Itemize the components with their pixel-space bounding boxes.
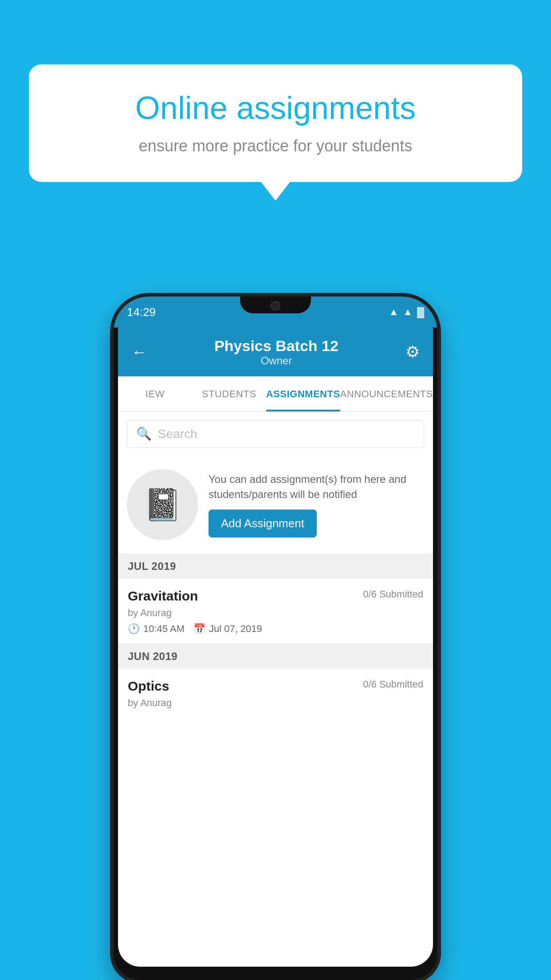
assignment-optics[interactable]: Optics 0/6 Submitted by Anurag bbox=[118, 669, 433, 719]
notebook-icon: 📓 bbox=[143, 486, 182, 523]
assignment-name-optics: Optics bbox=[128, 679, 169, 694]
battery-icon: ▓ bbox=[417, 306, 424, 318]
speech-bubble: Online assignments ensure more practice … bbox=[29, 64, 522, 182]
header-center: Physics Batch 12 Owner bbox=[214, 337, 338, 367]
phone-frame: 14:29 ▲ ▲ ▓ ← Physics Batch 12 Owner ⚙ I… bbox=[114, 296, 437, 980]
search-placeholder: Search bbox=[158, 427, 197, 441]
assignment-gravitation[interactable]: Gravitation 0/6 Submitted by Anurag 🕐 10… bbox=[118, 579, 433, 644]
speech-bubble-container: Online assignments ensure more practice … bbox=[29, 64, 522, 182]
assignment-optics-top-row: Optics 0/6 Submitted bbox=[128, 679, 423, 694]
assignment-meta-gravitation: 🕐 10:45 AM 📅 Jul 07, 2019 bbox=[128, 623, 423, 635]
phone-screen: ← Physics Batch 12 Owner ⚙ IEW STUDENTS … bbox=[118, 328, 433, 967]
tab-assignments[interactable]: ASSIGNMENTS bbox=[266, 376, 340, 411]
status-icons: ▲ ▲ ▓ bbox=[389, 306, 424, 318]
assignment-date-meta: 📅 Jul 07, 2019 bbox=[193, 623, 262, 635]
assignment-top-row: Gravitation 0/6 Submitted bbox=[128, 589, 423, 604]
calendar-icon: 📅 bbox=[193, 623, 205, 635]
batch-title: Physics Batch 12 bbox=[214, 337, 338, 355]
batch-subtitle: Owner bbox=[214, 355, 338, 367]
speech-bubble-subtitle: ensure more practice for your students bbox=[60, 137, 491, 155]
status-time: 14:29 bbox=[127, 305, 156, 319]
tab-iew[interactable]: IEW bbox=[118, 376, 192, 411]
tabs-container: IEW STUDENTS ASSIGNMENTS ANNOUNCEMENTS bbox=[118, 376, 433, 412]
assignment-date: Jul 07, 2019 bbox=[209, 623, 262, 635]
section-header-jul: JUL 2019 bbox=[118, 554, 433, 579]
search-bar[interactable]: 🔍 Search bbox=[127, 420, 424, 448]
search-icon: 🔍 bbox=[136, 427, 152, 441]
back-button[interactable]: ← bbox=[131, 343, 147, 361]
assignment-time-meta: 🕐 10:45 AM bbox=[128, 623, 185, 635]
assignment-icon-circle: 📓 bbox=[127, 469, 198, 540]
tab-announcements[interactable]: ANNOUNCEMENTS bbox=[340, 376, 433, 411]
add-assignment-section: 📓 You can add assignment(s) from here an… bbox=[118, 456, 433, 554]
settings-icon[interactable]: ⚙ bbox=[405, 343, 420, 361]
speech-bubble-title: Online assignments bbox=[60, 89, 491, 127]
wifi-icon: ▲ bbox=[389, 306, 398, 318]
app-header: ← Physics Batch 12 Owner ⚙ bbox=[118, 328, 433, 376]
clock-icon: 🕐 bbox=[128, 623, 140, 635]
assignment-by-gravitation: by Anurag bbox=[128, 607, 423, 619]
add-assignment-right: You can add assignment(s) from here and … bbox=[209, 472, 424, 537]
status-bar: 14:29 ▲ ▲ ▓ bbox=[114, 296, 437, 328]
phone-notch bbox=[240, 296, 311, 313]
assignment-submitted-gravitation: 0/6 Submitted bbox=[363, 589, 423, 600]
signal-icon: ▲ bbox=[403, 306, 413, 318]
assignment-time: 10:45 AM bbox=[143, 623, 185, 635]
assignment-submitted-optics: 0/6 Submitted bbox=[363, 679, 423, 690]
add-assignment-description: You can add assignment(s) from here and … bbox=[209, 472, 424, 502]
search-container: 🔍 Search bbox=[118, 412, 433, 456]
section-header-jun: JUN 2019 bbox=[118, 644, 433, 669]
add-assignment-button[interactable]: Add Assignment bbox=[209, 510, 317, 537]
assignment-by-optics: by Anurag bbox=[128, 697, 423, 709]
camera bbox=[271, 301, 280, 311]
tab-students[interactable]: STUDENTS bbox=[192, 376, 266, 411]
assignment-name-gravitation: Gravitation bbox=[128, 589, 198, 604]
